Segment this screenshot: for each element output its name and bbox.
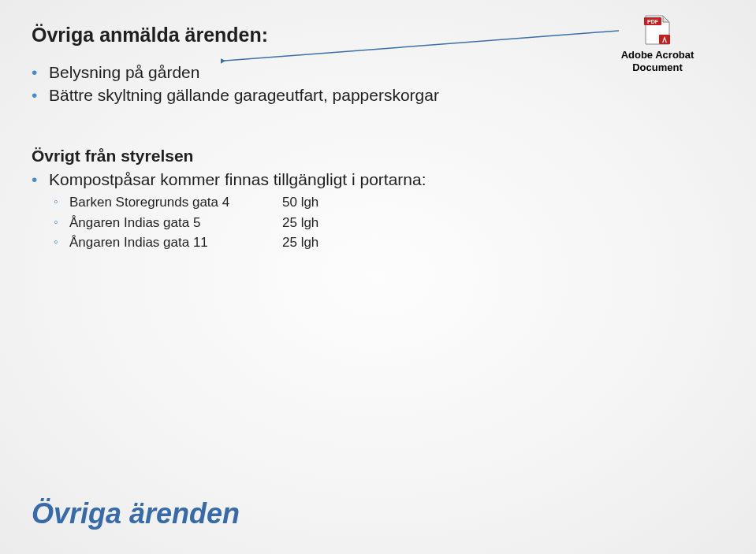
address-row: Ångaren Indias gata 5 25 lgh: [49, 213, 724, 233]
pdf-attachment[interactable]: PDF Adobe Acrobat Document: [606, 14, 709, 73]
list-item-text: Bättre skyltning gällande garageutfart, …: [49, 86, 439, 104]
list-item: Kompostpåsar kommer finnas tillgängligt …: [32, 169, 724, 253]
mid-bullet-list: Kompostpåsar kommer finnas tillgängligt …: [32, 169, 724, 253]
pdf-caption: Adobe Acrobat Document: [606, 49, 709, 73]
section-heading-board: Övrigt från styrelsen: [32, 147, 724, 165]
pdf-file-icon: PDF: [643, 14, 672, 46]
address-name: Ångaren Indias gata 11: [69, 232, 282, 253]
address-units: 25 lgh: [282, 213, 318, 233]
list-item-text: Belysning på gården: [49, 63, 199, 81]
address-list: Barken Storegrunds gata 4 50 lgh Ångaren…: [49, 192, 724, 253]
address-row: Barken Storegrunds gata 4 50 lgh: [49, 192, 724, 213]
svg-text:PDF: PDF: [647, 19, 659, 24]
address-name: Barken Storegrunds gata 4: [69, 192, 282, 213]
svg-rect-3: [659, 35, 670, 44]
address-name: Ångaren Indias gata 5: [69, 213, 282, 233]
slide-title: Övriga ärenden: [32, 497, 240, 530]
address-units: 50 lgh: [282, 192, 318, 213]
address-units: 25 lgh: [282, 232, 318, 253]
address-row: Ångaren Indias gata 11 25 lgh: [49, 232, 724, 253]
list-item-text: Kompostpåsar kommer finnas tillgängligt …: [49, 170, 426, 188]
list-item: Bättre skyltning gällande garageutfart, …: [32, 84, 724, 106]
